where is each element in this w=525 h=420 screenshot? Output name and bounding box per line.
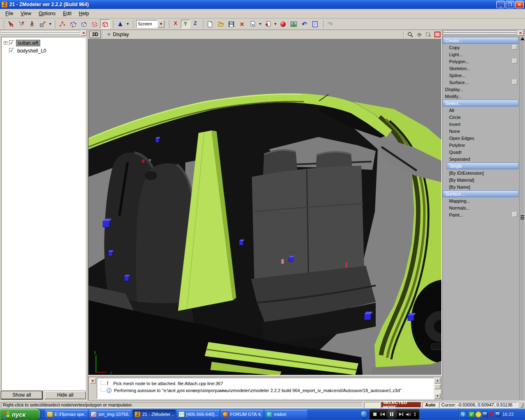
menu-edit[interactable]: Edit <box>59 9 75 18</box>
toolbar-grip[interactable] <box>321 20 324 28</box>
toolbar-grip[interactable] <box>53 20 56 28</box>
cmd-mapping[interactable]: Mapping... <box>443 197 518 204</box>
menu-options[interactable]: Options <box>35 9 59 18</box>
maximize-button[interactable]: ❐ <box>506 1 514 8</box>
message-scrollbar[interactable]: ▲ ▼ <box>434 378 441 399</box>
cmd-select-by-material[interactable]: [By Material] <box>443 176 518 183</box>
cmd-select-polyline[interactable]: Polyline <box>443 142 518 148</box>
message-log[interactable]: ! Pick mesh node to be attached. file:At… <box>97 378 434 399</box>
cmd-select-circle[interactable]: Circle <box>443 114 518 121</box>
screen-combo-arrow[interactable]: ▼ <box>158 20 164 28</box>
visibility-checkbox[interactable] <box>9 40 14 46</box>
taskbar-task-image[interactable]: sm_img-10756... <box>89 410 132 419</box>
log-window-icon[interactable] <box>310 19 320 29</box>
viewport-back-button[interactable]: < <box>105 32 113 37</box>
open-file-icon[interactable] <box>216 19 226 29</box>
cmd-create[interactable]: Create... <box>443 37 518 44</box>
message-panel-close-icon[interactable]: ✕ <box>90 378 96 383</box>
scene-tree[interactable]: + sultan.wft bodyshell_L0 <box>1 37 86 390</box>
cmd-select-by-name[interactable]: [By Name] <box>443 183 518 190</box>
cmd-select-single[interactable]: Single <box>447 162 518 169</box>
zoom-tool-icon[interactable] <box>406 31 414 38</box>
cmd-select-quadr[interactable]: Quadr <box>443 148 518 155</box>
cube-edge-mode-icon[interactable] <box>79 19 89 29</box>
cmd-polygon[interactable]: Polygon... <box>443 58 518 65</box>
network-icon[interactable] <box>495 412 500 416</box>
cone-dropdown[interactable]: ▼ <box>126 19 130 29</box>
region-select-icon[interactable] <box>424 31 432 38</box>
toolbar-grip[interactable] <box>2 20 5 28</box>
command-panel-scrollbar[interactable] <box>519 37 525 400</box>
delete-icon[interactable]: ✕ <box>237 19 247 29</box>
hide-icons-chevron[interactable]: ‹ <box>460 411 467 418</box>
antivirus-shield-icon[interactable]: ✓ <box>468 411 475 418</box>
panel-drag-grip[interactable] <box>443 31 517 35</box>
viewport-canvas[interactable]: y x z <box>88 39 442 375</box>
deskband-expand-icons[interactable]: ▲▼ <box>413 412 416 417</box>
import-icon[interactable] <box>248 19 258 29</box>
screen-combo-value[interactable]: Screen <box>136 20 158 28</box>
import-dropdown[interactable]: ▼ <box>258 19 262 29</box>
volume-icon[interactable] <box>405 411 412 418</box>
taskbar-task-midori[interactable]: midori <box>265 410 307 419</box>
cmd-surface[interactable]: Surface... <box>443 190 518 197</box>
cmd-select-open-edges[interactable]: Open Edges <box>443 135 518 142</box>
menu-view[interactable]: View <box>17 9 35 18</box>
cmd-normals[interactable]: Normals... <box>443 204 518 211</box>
cmd-light[interactable]: Light... <box>443 51 518 58</box>
taskbar-clock[interactable]: 16:22 <box>502 412 514 417</box>
cmd-surface-create[interactable]: Surface... <box>443 79 518 86</box>
close-button[interactable]: ✕ <box>515 1 524 8</box>
taskbar-task-document[interactable]: [405-556-640]... <box>177 410 219 419</box>
cube-face-mode-icon[interactable] <box>89 19 99 29</box>
resize-grip[interactable] <box>519 402 524 408</box>
scroll-thumb[interactable] <box>520 215 524 219</box>
cmd-select-invert[interactable]: Invert <box>443 121 518 128</box>
export-icon[interactable] <box>263 19 273 29</box>
pause-icon[interactable] <box>386 410 397 419</box>
cube-object-mode-icon[interactable] <box>100 19 110 29</box>
panel-drag-grip[interactable] <box>1 31 80 35</box>
viewport-maximize-icon[interactable] <box>434 32 441 37</box>
taskbar-task-explorer[interactable]: E:\Прочая хре... <box>45 410 88 419</box>
material-editor-icon[interactable] <box>278 19 288 29</box>
axis-x-button[interactable]: X <box>171 20 180 28</box>
icq-flower-icon[interactable] <box>475 411 482 418</box>
menu-help[interactable]: Help <box>75 9 93 18</box>
pan-hand-icon[interactable] <box>415 31 423 38</box>
network-icon[interactable] <box>482 412 487 416</box>
cmd-select[interactable]: Select... <box>443 100 518 107</box>
cmd-spline[interactable]: Spline... <box>443 72 518 79</box>
scroll-up-icon[interactable]: ▲ <box>434 378 441 383</box>
taskbar-task-zmodeler[interactable]: Z21 - ZModeler ... <box>133 410 176 419</box>
cube-vertex-mode-icon[interactable] <box>68 19 78 29</box>
manipulator-dropdown[interactable]: ▼ <box>48 19 52 29</box>
cmd-select-by-id[interactable]: [By ID/Extension] <box>443 169 518 176</box>
option-box[interactable] <box>512 80 517 84</box>
scene-settings-icon[interactable] <box>289 19 299 29</box>
expand-icon[interactable]: + <box>4 41 7 45</box>
cmd-display[interactable]: Display... <box>443 86 518 93</box>
new-file-icon[interactable] <box>205 19 215 29</box>
viewport-3d-tab[interactable]: 3D <box>89 31 101 38</box>
redo-icon[interactable]: ↷ <box>325 19 335 29</box>
tree-panel-close-icon[interactable]: ✕ <box>81 30 87 36</box>
vertices-level-icon[interactable] <box>57 19 67 29</box>
start-button[interactable]: пуск <box>0 409 40 420</box>
scroll-down-icon[interactable]: ▼ <box>434 393 441 399</box>
cmd-paint[interactable]: Paint... <box>443 211 518 218</box>
skeleton-figure-icon[interactable] <box>27 19 37 29</box>
cmd-copy[interactable]: Copy <box>443 44 518 51</box>
axis-z-button[interactable]: Z <box>191 20 200 28</box>
scroll-thumb[interactable] <box>434 384 441 389</box>
toolbar-grip[interactable] <box>201 20 204 28</box>
visibility-checkbox[interactable] <box>9 48 14 53</box>
cmd-modify[interactable]: Modify... <box>443 93 518 100</box>
hide-all-button[interactable]: Hide all <box>45 391 86 399</box>
option-box[interactable] <box>512 45 517 50</box>
select-arrow-icon[interactable] <box>6 19 16 29</box>
select-pin-icon[interactable] <box>16 19 26 29</box>
toolbar-grip[interactable] <box>167 20 170 28</box>
toolbar-grip[interactable] <box>131 20 134 28</box>
manipulator-icon[interactable] <box>38 19 48 29</box>
